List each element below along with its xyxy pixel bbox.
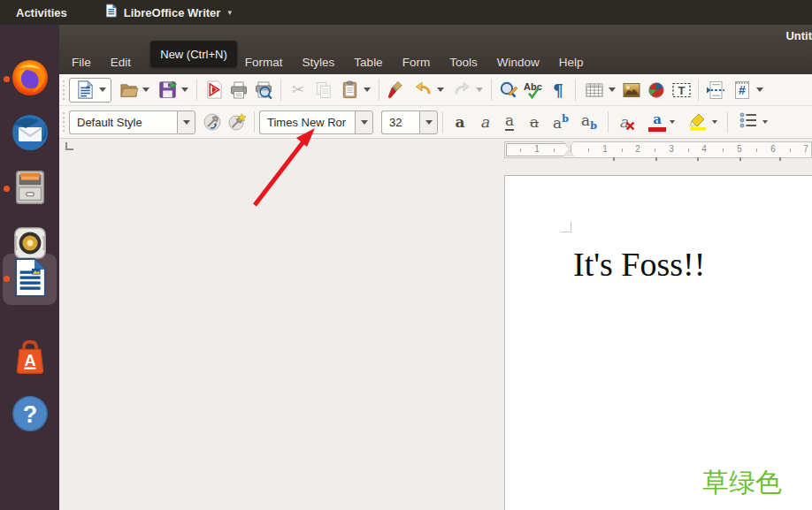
bullet-list-dropdown[interactable]: [762, 120, 768, 124]
insert-textbox-button[interactable]: T: [669, 78, 693, 103]
highlight-color-icon: [687, 110, 709, 134]
font-name-value[interactable]: Times New Ror: [259, 110, 355, 134]
document-page[interactable]: It's Foss!! 草绿色: [504, 175, 812, 510]
top-panel: Activities LibreOffice Writer ▾: [0, 0, 812, 25]
font-color-dropdown[interactable]: [670, 120, 675, 124]
paragraph-style-dropdown[interactable]: [177, 110, 195, 134]
find-replace-button[interactable]: [496, 78, 521, 103]
insert-field-button[interactable]: #: [728, 78, 767, 103]
clone-formatting-button[interactable]: [384, 78, 409, 103]
app-menu-button[interactable]: LibreOffice Writer ▾: [104, 4, 232, 21]
svg-text:?: ?: [22, 401, 37, 428]
file-cabinet-icon: [10, 166, 50, 212]
activities-button[interactable]: Activities: [16, 6, 67, 19]
insert-chart-button[interactable]: [644, 78, 669, 103]
page-break-button[interactable]: [703, 78, 728, 103]
highlight-color-dropdown[interactable]: [712, 120, 717, 124]
paste-button[interactable]: [335, 78, 374, 103]
clear-formatting-button[interactable]: a: [613, 110, 641, 134]
open-dropdown[interactable]: [142, 88, 149, 92]
menu-table[interactable]: Table: [344, 52, 392, 72]
new-document-button[interactable]: [69, 78, 111, 103]
copy-button[interactable]: [310, 78, 335, 103]
toolbar-separator: [727, 111, 728, 133]
print-preview-button[interactable]: [251, 78, 276, 103]
toolbar-separator: [608, 111, 609, 133]
dock-item-libreoffice-writer[interactable]: [0, 256, 59, 302]
text-boundary-corner: [561, 222, 571, 232]
toolbar-drag-handle[interactable]: [62, 80, 65, 100]
strikethrough-button[interactable]: a: [522, 110, 547, 134]
font-size-dropdown[interactable]: [419, 110, 438, 134]
redo-dropdown[interactable]: [476, 88, 483, 92]
dock-item-help[interactable]: ?: [0, 392, 59, 438]
save-button[interactable]: [153, 78, 192, 103]
document-green-text[interactable]: 草绿色: [702, 465, 782, 501]
underline-icon: a: [505, 113, 514, 131]
menu-styles[interactable]: Styles: [293, 52, 345, 72]
help-icon: ?: [9, 392, 51, 438]
update-style-button[interactable]: [200, 110, 225, 134]
insert-table-dropdown[interactable]: [609, 88, 616, 92]
bullet-list-button[interactable]: [732, 110, 773, 134]
chevron-down-icon: ▾: [227, 8, 232, 17]
menu-tools[interactable]: Tools: [440, 52, 487, 72]
horizontal-ruler[interactable]: 1 1 2 3 4 5 6 7: [504, 141, 812, 158]
dock-item-firefox[interactable]: [0, 57, 59, 103]
redo-icon: [452, 80, 472, 100]
menu-window[interactable]: Window: [487, 52, 549, 72]
font-color-button[interactable]: a: [641, 110, 682, 134]
dock-item-file-cabinet[interactable]: [0, 166, 59, 212]
tab-stop-selector[interactable]: [65, 142, 73, 150]
red-x-glyph: [625, 121, 635, 131]
insert-table-button[interactable]: [580, 78, 619, 103]
ruler-number: 3: [669, 144, 674, 154]
underline-button[interactable]: a: [497, 110, 522, 134]
save-dropdown[interactable]: [181, 88, 188, 92]
insert-field-dropdown[interactable]: [756, 88, 763, 92]
ruler-number: 7: [803, 144, 808, 154]
toolbar-separator: [698, 80, 699, 101]
update-style-icon: [202, 111, 223, 133]
dock-item-ubuntu-software[interactable]: A: [0, 336, 59, 382]
print-button[interactable]: [226, 78, 251, 103]
indent-marker[interactable]: [563, 141, 575, 156]
undo-dropdown[interactable]: [437, 88, 444, 92]
italic-button[interactable]: a: [472, 110, 497, 134]
spelling-button[interactable]: Abc: [521, 78, 546, 103]
paste-dropdown[interactable]: [364, 88, 371, 92]
undo-button[interactable]: [409, 78, 448, 103]
bold-button[interactable]: a: [448, 110, 472, 134]
menu-edit[interactable]: Edit: [101, 52, 141, 72]
highlight-color-button[interactable]: [682, 110, 723, 134]
export-pdf-button[interactable]: [202, 78, 226, 103]
new-style-button[interactable]: [225, 110, 249, 134]
ruler-number: 1: [602, 144, 608, 154]
toolbar-separator: [280, 80, 281, 101]
insert-image-button[interactable]: [619, 78, 644, 103]
document-heading-text[interactable]: It's Foss!!: [573, 245, 705, 284]
insert-image-icon: [621, 80, 642, 101]
libreoffice-writer-icon: [9, 256, 51, 302]
redo-button[interactable]: [448, 78, 486, 103]
formatting-marks-button[interactable]: ¶: [546, 78, 571, 103]
paragraph-style-combo: Default Style: [69, 110, 195, 134]
menu-help[interactable]: Help: [549, 52, 594, 72]
spelling-abc-text: Abc: [524, 81, 542, 92]
new-document-dropdown[interactable]: [99, 88, 106, 92]
superscript-button[interactable]: ab: [547, 110, 575, 134]
font-name-dropdown[interactable]: [355, 110, 373, 134]
ruler-number: 4: [701, 144, 707, 154]
menu-format[interactable]: Format: [235, 52, 293, 72]
menu-file[interactable]: File: [62, 52, 101, 72]
font-size-value[interactable]: 32: [381, 110, 419, 134]
toolbar-drag-handle[interactable]: [62, 112, 65, 132]
subscript-button[interactable]: ab: [575, 110, 603, 134]
textbox-t-glyph: T: [678, 83, 685, 96]
menu-form[interactable]: Form: [393, 52, 440, 72]
cut-button[interactable]: ✂: [286, 78, 310, 103]
dock-item-thunderbird[interactable]: [0, 111, 59, 157]
document-canvas[interactable]: It's Foss!! 草绿色: [59, 161, 812, 510]
paragraph-style-value[interactable]: Default Style: [69, 110, 177, 134]
open-button[interactable]: [114, 78, 153, 103]
